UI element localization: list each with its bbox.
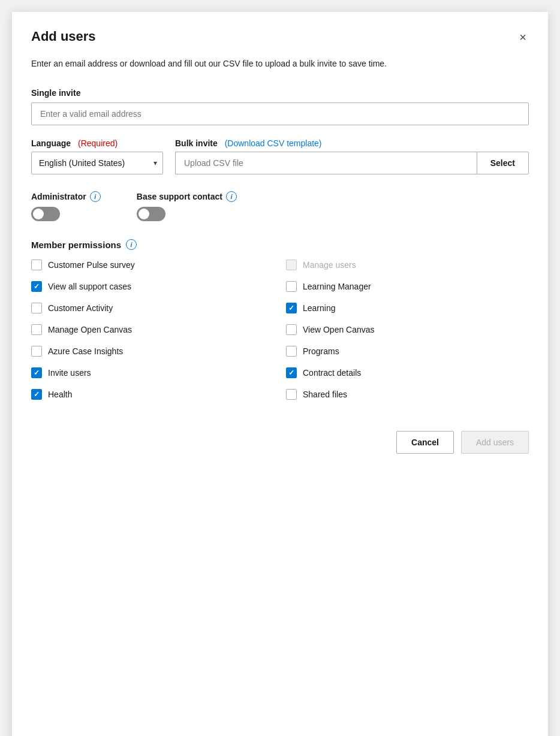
select-button[interactable]: Select: [477, 152, 529, 174]
csv-input-group: Select: [175, 152, 529, 174]
permission-item-manage_users: Manage users: [286, 260, 529, 270]
administrator-label-row: Administrator i: [31, 191, 101, 202]
checkbox-manage_users: [286, 260, 297, 270]
checkbox-label-health: Health: [48, 390, 72, 399]
permission-item-azure_case_insights: Azure Case Insights: [31, 346, 274, 357]
administrator-toggle-knob: [33, 209, 44, 219]
checkbox-manage_open_canvas[interactable]: [31, 324, 42, 335]
checkbox-invite_users[interactable]: [31, 367, 42, 378]
permission-item-view_support: View all support cases: [31, 281, 274, 292]
checkbox-contract_details[interactable]: [286, 367, 297, 378]
permissions-grid: Customer Pulse surveyManage usersView al…: [31, 260, 529, 400]
base-support-toggle[interactable]: [137, 207, 165, 221]
checkbox-label-contract_details: Contract details: [303, 368, 361, 378]
checkbox-customer_activity[interactable]: [31, 303, 42, 313]
bulk-invite-field-group: Bulk invite (Download CSV template) Sele…: [175, 138, 529, 174]
permission-item-contract_details: Contract details: [286, 367, 529, 378]
language-field-group: Language (Required) English (United Stat…: [31, 138, 163, 174]
checkbox-customer_pulse[interactable]: [31, 260, 42, 270]
checkbox-health[interactable]: [31, 389, 42, 400]
checkbox-label-manage_open_canvas: Manage Open Canvas: [48, 325, 132, 334]
checkbox-label-manage_users: Manage users: [303, 260, 356, 270]
administrator-info-icon[interactable]: i: [90, 191, 101, 202]
bulk-invite-label: Bulk invite (Download CSV template): [175, 138, 529, 148]
checkbox-azure_case_insights[interactable]: [31, 346, 42, 357]
modal-description: Enter an email address or download and f…: [31, 58, 529, 70]
download-csv-link[interactable]: (Download CSV template): [225, 138, 322, 148]
permission-item-learning_manager: Learning Manager: [286, 281, 529, 292]
toggles-row: Administrator i Base support contact i: [31, 191, 529, 221]
checkbox-shared_files[interactable]: [286, 389, 297, 400]
checkbox-label-customer_activity: Customer Activity: [48, 303, 113, 313]
permission-item-invite_users: Invite users: [31, 367, 274, 378]
language-select-wrapper: English (United States) ▾: [31, 152, 163, 174]
checkbox-view_support[interactable]: [31, 281, 42, 292]
checkbox-label-customer_pulse: Customer Pulse survey: [48, 260, 135, 270]
add-users-button[interactable]: Add users: [461, 431, 529, 454]
base-support-label: Base support contact: [137, 192, 222, 201]
single-invite-section: Single invite: [31, 88, 529, 138]
permission-item-customer_activity: Customer Activity: [31, 303, 274, 313]
administrator-toggle[interactable]: [31, 207, 60, 221]
csv-file-input[interactable]: [175, 152, 477, 174]
administrator-toggle-group: Administrator i: [31, 191, 101, 221]
permissions-title: Member permissions: [31, 240, 121, 250]
checkbox-label-azure_case_insights: Azure Case Insights: [48, 346, 123, 356]
permission-item-health: Health: [31, 389, 274, 400]
modal-header: Add users ×: [31, 29, 529, 46]
close-button[interactable]: ×: [517, 29, 529, 46]
checkbox-learning_manager[interactable]: [286, 281, 297, 292]
checkbox-label-programs: Programs: [303, 346, 339, 356]
base-support-label-row: Base support contact i: [137, 191, 237, 202]
permission-item-programs: Programs: [286, 346, 529, 357]
required-text: (Required): [78, 138, 118, 148]
checkbox-view_open_canvas[interactable]: [286, 324, 297, 335]
modal-title: Add users: [31, 29, 96, 44]
permissions-section: Member permissions i Customer Pulse surv…: [31, 239, 529, 400]
base-support-toggle-knob: [139, 209, 149, 219]
permission-item-shared_files: Shared files: [286, 389, 529, 400]
language-label: Language (Required): [31, 138, 163, 148]
checkbox-programs[interactable]: [286, 346, 297, 357]
checkbox-label-view_support: View all support cases: [48, 282, 131, 291]
base-support-toggle-group: Base support contact i: [137, 191, 237, 221]
email-input[interactable]: [31, 102, 529, 125]
checkbox-label-view_open_canvas: View Open Canvas: [303, 325, 375, 334]
modal-footer: Cancel Add users: [31, 419, 529, 454]
single-invite-label: Single invite: [31, 88, 529, 98]
checkbox-label-learning: Learning: [303, 303, 336, 313]
administrator-label: Administrator: [31, 192, 86, 201]
permission-item-view_open_canvas: View Open Canvas: [286, 324, 529, 335]
cancel-button[interactable]: Cancel: [396, 431, 454, 454]
permission-item-manage_open_canvas: Manage Open Canvas: [31, 324, 274, 335]
permissions-info-icon[interactable]: i: [126, 239, 137, 250]
checkbox-label-learning_manager: Learning Manager: [303, 282, 371, 291]
permission-item-customer_pulse: Customer Pulse survey: [31, 260, 274, 270]
language-select[interactable]: English (United States): [31, 152, 163, 174]
checkbox-label-shared_files: Shared files: [303, 390, 347, 399]
permission-item-learning: Learning: [286, 303, 529, 313]
add-users-modal: Add users × Enter an email address or do…: [12, 12, 548, 736]
base-support-info-icon[interactable]: i: [226, 191, 237, 202]
permissions-header: Member permissions i: [31, 239, 529, 250]
language-bulk-row: Language (Required) English (United Stat…: [31, 138, 529, 174]
checkbox-learning[interactable]: [286, 303, 297, 313]
checkbox-label-invite_users: Invite users: [48, 368, 91, 378]
